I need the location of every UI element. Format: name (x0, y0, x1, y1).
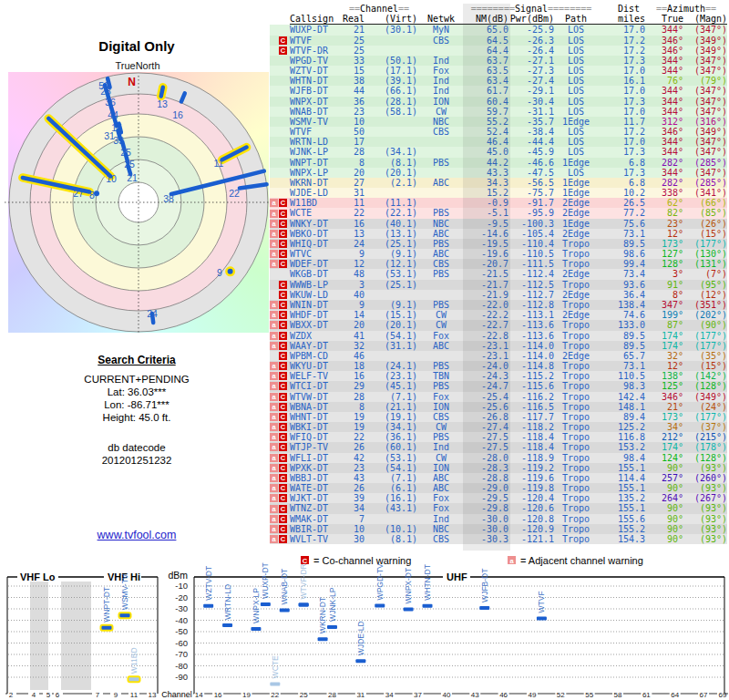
table-row-wpxk-dt: aCWPXK-DT23(54.1)ION-28.3-119.2Tropo155.… (270, 463, 727, 473)
warning-badges (270, 107, 290, 117)
co-channel-badge: C (279, 332, 287, 340)
adjacent-channel-badge: a (270, 332, 278, 340)
table-row-wuxp-dt: WUXP-DT21(30.1)MyN65.0-25.9LOS17.0344°(3… (270, 25, 727, 35)
adjacent-channel-badge: a (270, 301, 278, 309)
table-row-wcte: aCWCTE22(22.1)PBS-5.1-95.92Edge77.282°(8… (270, 208, 727, 218)
radar-channel-label: 27 (73, 188, 84, 199)
channel-tick-label: 55 (585, 691, 593, 699)
dbm-tick-label: -30 (175, 603, 188, 613)
radar-channel-label: 13 (157, 98, 168, 109)
warning-badges: aC (270, 432, 290, 442)
warning-badges (270, 178, 290, 188)
co-channel-badge: C (279, 525, 287, 533)
radar-channel-label: 21 (127, 172, 138, 183)
adjacent-channel-badge: a (270, 464, 278, 472)
warning-badges: aC (270, 483, 290, 493)
table-row-wnky-dt: aCWNKY-DT16(40.1)NBC-9.5-100.31Edge75.62… (270, 219, 727, 229)
co-channel-badge: C (279, 240, 287, 248)
table-row-wnpx-dt: WNPX-DT36(28.1)ION60.4-30.4LOS17.3344°(3… (270, 97, 727, 107)
band-chart-station-label: WKRN-DT (318, 597, 327, 633)
channel-tick-label: 4 (32, 691, 36, 699)
co-channel-badge: C (279, 515, 287, 523)
warning-badges: C (270, 351, 290, 361)
dbm-tick-label: -40 (175, 615, 188, 625)
adjacent-channel-badge: a (270, 199, 278, 207)
adjacent-channel-badge: a (270, 240, 278, 248)
band-chart-station-wrtn-ld: WRTN-LD (222, 584, 232, 627)
table-row-wkyu-dt: aCWKYU-DT18(24.1)PBS-24.0-114.8Tropo73.1… (270, 361, 727, 371)
adjacent-channel-badge: a (270, 403, 278, 411)
table-row-wztv-dt: WZTV-DT15(17.1)Fox63.5-27.3LOS17.0344°(3… (270, 66, 727, 76)
co-channel-badge: C (279, 494, 287, 502)
table-row-wjde-ld: WJDE-LD3115.2-75.71Edge10.2338°(341°) (270, 188, 727, 198)
table-row-whtn-dt: WHTN-DT38(39.1)Ind63.4-27.4LOS16.176°(79… (270, 76, 727, 86)
band-chart-station-label: W11BD (129, 647, 139, 674)
dbm-axis-label: dBm (168, 570, 188, 581)
band-chart-station-wtvf: WTVF (537, 591, 547, 620)
search-mode: CURRENT+PENDING (0, 373, 273, 386)
table-row-wkuw-ld: CWKUW-LD40-21.9-112.72Edge36.48°(12°) (270, 290, 727, 300)
search-height: Height: 45.0 ft. (0, 411, 273, 424)
channel-tick-label: 43 (471, 691, 479, 699)
table-row-wsmv-tv: WSMV-TV10NBC55.2-35.71Edge11.7312°(316°) (270, 117, 727, 127)
channel-tick-label: 11 (130, 691, 139, 699)
table-row-wtjp-tv: aCWTJP-TV26(60.1)Ind-27.5-118.4Tropo153.… (270, 442, 727, 452)
co-channel-badge: C (279, 342, 287, 350)
warning-badges (270, 147, 290, 157)
adjacent-channel-badge: a (270, 423, 278, 431)
table-row-wdef-dt: aCWDEF-DT12(12.1)CBS-20.7-111.5Tropo99.4… (270, 259, 727, 269)
co-channel-badge: C (279, 46, 287, 55)
table-row-wwwb-lp: CWWWB-LP3(25.1)-21.7-112.5Tropo93.691°(9… (270, 280, 727, 290)
co-channel-badge: C (279, 301, 287, 309)
adjacent-channel-badge: a (270, 443, 278, 451)
adjacent-channel-badge: a (270, 382, 278, 390)
channel-tick-label: 25 (300, 691, 308, 699)
warning-badges (270, 168, 290, 178)
co-channel-badge: C (279, 433, 287, 441)
co-channel-badge: C (279, 311, 287, 319)
band-chart-station-wtvf (299, 602, 309, 606)
channel-tick-label: 46 (499, 691, 508, 699)
band-chart-station-label: WSMV-TV (120, 573, 129, 610)
search-lon: Lon: -86.71*** (0, 398, 273, 411)
table-row-whiq-dt: aCWHIQ-DT24(25.1)PBS-19.5-110.4Tropo89.5… (270, 239, 727, 249)
dbm-tick-label: -70 (175, 649, 188, 659)
table-row-welf-tv: aCWELF-TV16(23.1)TBN-24.3-115.2Tropo110.… (270, 371, 727, 381)
band-chart-station-wnpx-lp: WNPX-LP (251, 588, 261, 631)
table-row-wnpx-lp: WNPX-LP20(20.1)43.3-47.5LOS17.3344°(347°… (270, 168, 727, 178)
radar-channel-label: 16 (172, 109, 183, 120)
channel-tick-label: 49 (529, 691, 537, 699)
channel-tick-label: 69 (719, 691, 727, 699)
tvfool-link[interactable]: www.tvfool.com (0, 529, 273, 541)
table-row-wtvf: CWTVF25CBS64.5-26.3LOS17.2346°(349°) (270, 36, 727, 46)
channel-tick-label: 13 (149, 691, 157, 699)
channel-tick-label: 19 (242, 691, 251, 699)
db-datecode-label: db datecode (0, 441, 273, 454)
radar-station-marker-ch13: 13 (157, 88, 168, 109)
warning-badges: aC (270, 331, 290, 341)
vhf-lo-label: VHF Lo (20, 571, 56, 582)
warning-badges: aC (270, 412, 290, 422)
table-row-wtnz-dt: aCWTNZ-DT34(43.1)Fox-29.8-120.6Tropo155.… (270, 503, 727, 513)
band-chart-station-label: WTVF-DR (299, 563, 308, 599)
table-row-waay-dt: aCWAAY-DT32(31.1)ABC-23.1-114.0Tropo89.5… (270, 341, 727, 351)
co-channel-badge: C (279, 393, 287, 401)
radar-channel-label: 38 (163, 193, 174, 204)
band-chart-station-wjnk-lp: WJNK-LP (327, 587, 337, 629)
adjacent-channel-badge: a (270, 433, 278, 441)
channel-tick-label: 31 (356, 691, 364, 699)
table-row-wbir-dt: aCWBIR-DT10(10.1)NBC-30.0-120.9Tropo155.… (270, 524, 727, 534)
search-lat: Lat: 36.03*** (0, 386, 273, 398)
table-row-wmak-dt: aCWMAK-DT7Ind-30.0-120.8Tropo155.690°(93… (270, 514, 727, 524)
dbm-tick-label: -90 (175, 672, 188, 682)
table-row-wkrn-dt: WKRN-DT27(2.1)ABC34.3-56.51Edge6.8282°(2… (270, 178, 727, 188)
adjacent-channel-badge: a (270, 413, 278, 421)
table-header-groups: ==Channel==========Signal========Dist==A… (270, 4, 727, 14)
co-channel-badge: C (279, 382, 287, 390)
warning-badges (270, 86, 290, 96)
warning-badges: aC (270, 453, 290, 463)
db-datecode-value: 201201251232 (0, 454, 273, 467)
table-column-headers: CallsignReal(Virt)NetwkNM(dB)Pwr(dBm)Pat… (290, 14, 727, 25)
table-row-wbna-dt: aCWBNA-DT8(21.1)ION-25.6-116.5Tropo148.1… (270, 402, 727, 412)
warning-badges (270, 127, 290, 137)
